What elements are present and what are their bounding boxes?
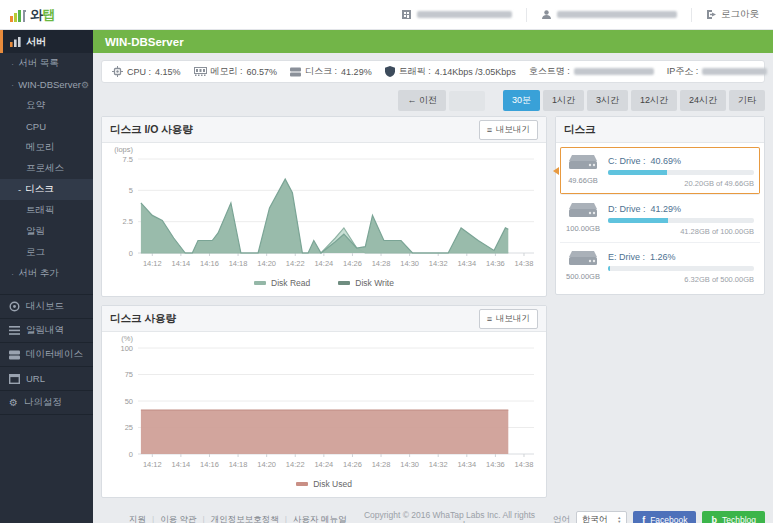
svg-text:14:28: 14:28 [372, 460, 391, 469]
sidebar: 서버 서버 목록 WIN-DBServer⚙ 요약 CPU 메모리 프로세스 디… [0, 30, 93, 523]
svg-text:14:18: 14:18 [229, 259, 248, 268]
disk-usage-export-button[interactable]: 내보내기 [479, 309, 538, 329]
svg-text:14:34: 14:34 [457, 259, 476, 268]
top-bar: 와탭 로그아웃 [0, 0, 773, 30]
disk-io-export-button[interactable]: 내보내기 [479, 120, 538, 140]
menu-icon [487, 125, 492, 135]
disk-info: D: Drive : 41.29% 41.28GB of 100.00GB [608, 202, 754, 236]
disk-list: 49.66GB C: Drive : 40.69% 20.20GB of 49.… [556, 143, 764, 294]
sidebar-item-database[interactable]: 데이터베이스 [0, 343, 93, 367]
disk-row-e-drive[interactable]: 500.00GB E: Drive : 1.26% 6.32GB of 500.… [560, 243, 760, 290]
svg-text:(%): (%) [121, 334, 133, 343]
masked-ip-address [702, 68, 767, 75]
person-icon [541, 9, 552, 20]
range-12hour-button[interactable]: 12시간 [631, 90, 677, 111]
stat-memory: 메모리 :60.57% [194, 65, 278, 78]
svg-text:14:26: 14:26 [343, 460, 362, 469]
footer-link-support[interactable]: 지원 [129, 514, 160, 523]
svg-text:14:24: 14:24 [314, 460, 333, 469]
disk-list-panel-title: 디스크 [564, 123, 596, 137]
next-button[interactable] [449, 91, 485, 111]
legend-disk-used: Disk Used [296, 479, 352, 489]
svg-text:14:12: 14:12 [143, 460, 162, 469]
logout-icon [706, 9, 717, 20]
sidebar-item-process[interactable]: 프로세스 [0, 158, 93, 179]
company-menu-button[interactable] [387, 9, 526, 20]
selected-disk-arrow-icon [553, 167, 559, 175]
sidebar-item-win-dbserver[interactable]: WIN-DBServer⚙ [0, 74, 93, 95]
disk-row-c-drive[interactable]: 49.66GB C: Drive : 40.69% 20.20GB of 49.… [560, 147, 760, 195]
sidebar-item-cpu[interactable]: CPU [0, 116, 93, 137]
footer-link-manual[interactable]: 사용자 메뉴얼 [293, 514, 346, 523]
svg-text:14:36: 14:36 [486, 259, 505, 268]
range-other-button[interactable]: 기타 [729, 90, 765, 111]
sidebar-item-log[interactable]: 로그 [0, 242, 93, 263]
sidebar-item-summary[interactable]: 요약 [0, 95, 93, 116]
disk-progress-track [608, 266, 754, 271]
svg-text:14:16: 14:16 [200, 259, 219, 268]
range-3hour-button[interactable]: 3시간 [587, 90, 628, 111]
svg-text:14:36: 14:36 [486, 460, 505, 469]
disk-name-percent: C: Drive : 40.69% [608, 156, 754, 166]
gear-icon: ⚙ [9, 398, 18, 408]
disk-capacity: 500.00GB [566, 272, 600, 281]
svg-text:0: 0 [129, 450, 133, 459]
facebook-button[interactable]: fFacebook [633, 511, 696, 523]
sidebar-item-alert-history[interactable]: 알림내역 [0, 319, 93, 343]
logout-button[interactable]: 로그아웃 [692, 8, 763, 21]
drive-icon-wrap: 500.00GB [566, 250, 600, 284]
list-icon [9, 326, 20, 335]
sidebar-bottom-menu: 대시보드 알림내역 데이터베이스 URL ⚙ 나의설정 [0, 294, 93, 415]
range-1hour-button[interactable]: 1시간 [543, 90, 584, 111]
legend-swatch [254, 281, 266, 285]
disk-list-column: 디스크 49.66GB C: Drive : 40.69% 20.20GB of… [555, 116, 765, 295]
svg-text:14:32: 14:32 [429, 460, 448, 469]
language-select[interactable]: 한국어 [576, 511, 627, 523]
drive-icon [568, 154, 598, 171]
svg-text:14:26: 14:26 [343, 259, 362, 268]
svg-text:14:12: 14:12 [143, 259, 162, 268]
sidebar-item-memory[interactable]: 메모리 [0, 137, 93, 158]
disk-progress-fill [608, 218, 668, 223]
sidebar-item-my-settings[interactable]: ⚙ 나의설정 [0, 391, 93, 415]
svg-text:14:24: 14:24 [314, 259, 333, 268]
dashboard-icon [9, 301, 20, 312]
footer-link-terms[interactable]: 이용 약관 [160, 514, 211, 523]
disk-row-d-drive[interactable]: 100.00GB D: Drive : 41.29% 41.28GB of 10… [560, 195, 760, 243]
disk-icon [290, 67, 301, 77]
sidebar-section-server[interactable]: 서버 [0, 30, 93, 53]
disk-usage-panel: 디스크 사용량 내보내기 0255075100(%)14:1214:1414:1… [101, 305, 547, 498]
footer-link-privacy[interactable]: 개인정보보호정책 [211, 514, 293, 523]
disk-usage-legend: Disk Used [102, 478, 546, 497]
svg-text:75: 75 [125, 370, 133, 379]
drive-icon [568, 250, 598, 267]
sidebar-item-add-server[interactable]: 서버 추가 [0, 263, 93, 284]
sidebar-item-dashboard[interactable]: 대시보드 [0, 295, 93, 319]
disk-list-panel-header: 디스크 [556, 117, 764, 143]
stat-traffic: 트래픽 :4.14Kbps /3.05Kbps [385, 65, 516, 78]
masked-user-email [557, 11, 677, 18]
main-content: WIN-DBServer CPU :4.15% 메모리 :60.57% 디스크 … [93, 30, 773, 523]
sidebar-item-disk[interactable]: 디스크 [0, 179, 93, 200]
disk-progress-track [608, 218, 754, 223]
svg-text:14:38: 14:38 [515, 259, 534, 268]
cpu-icon [112, 66, 123, 77]
range-24hour-button[interactable]: 24시간 [680, 90, 726, 111]
sidebar-item-traffic[interactable]: 트래픽 [0, 200, 93, 221]
techblog-button[interactable]: bTechblog [702, 511, 765, 523]
server-bars-icon [10, 37, 21, 47]
disk-info: C: Drive : 40.69% 20.20GB of 49.66GB [608, 154, 754, 188]
svg-text:7.5: 7.5 [123, 155, 133, 164]
footer-right: 언어 한국어 fFacebook bTechblog [553, 511, 765, 523]
range-30min-button[interactable]: 30분 [503, 90, 540, 111]
server-settings-gear-icon[interactable]: ⚙ [81, 80, 89, 90]
disk-capacity: 49.66GB [566, 176, 600, 185]
previous-button[interactable]: ← 이전 [398, 90, 446, 111]
sidebar-item-server-list[interactable]: 서버 목록 [0, 53, 93, 74]
user-menu-button[interactable] [527, 9, 691, 20]
disk-progress-fill [608, 170, 667, 175]
disk-capacity: 100.00GB [566, 224, 600, 233]
sidebar-item-alerts[interactable]: 알림 [0, 221, 93, 242]
svg-text:5: 5 [129, 186, 133, 195]
sidebar-item-url[interactable]: URL [0, 367, 93, 391]
